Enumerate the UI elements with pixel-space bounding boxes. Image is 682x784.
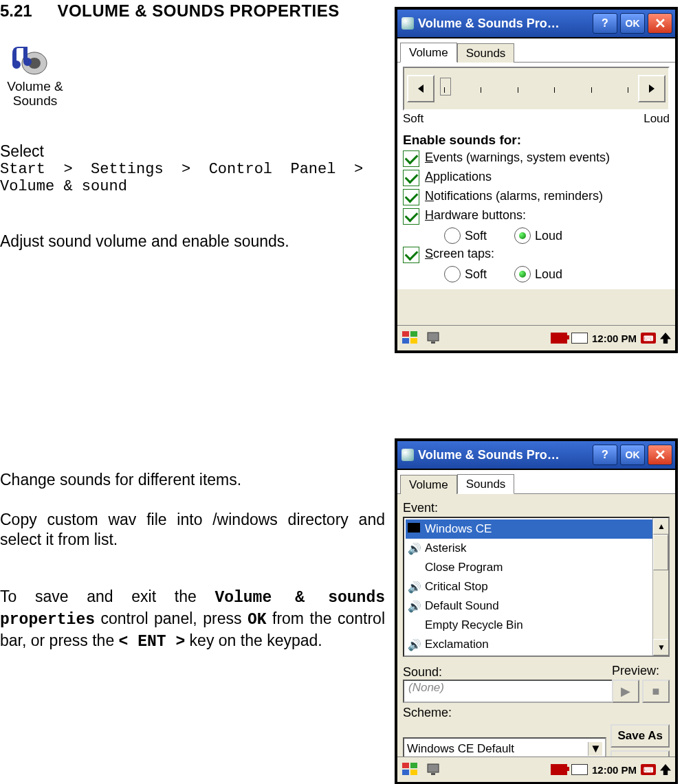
checkbox-screentaps[interactable] [403,247,419,263]
tray-up-icon[interactable] [660,764,671,775]
stop-icon: ■ [652,684,660,699]
preview-stop-button[interactable]: ■ [642,680,670,703]
volume-sounds-icon [4,41,48,78]
close-icon: ✕ [654,447,666,463]
paragraph-change: Change sounds for different items. [0,471,385,489]
close-icon: ✕ [654,15,666,32]
taskbar: 12:00 PM ⌨ [397,757,675,782]
event-item[interactable]: 🔊Default Sound [406,596,653,616]
cpl-icon-caption-2: Sounds [4,94,66,109]
svg-rect-14 [428,764,439,772]
preview-play-button[interactable]: ▶ [612,680,639,703]
sounds-panel: Event: Windows CE 🔊Asterisk Close Progra… [397,494,675,778]
arrow-left-icon [415,83,426,94]
desktop-icon[interactable] [426,762,441,777]
window-title: Volume & Sounds Pro… [418,16,560,31]
scrollbar[interactable]: ▲ ▼ [652,518,668,656]
radio-screentaps-loud[interactable] [514,266,531,282]
taskbar: 12:00 PM ⌨ [397,325,675,350]
close-button[interactable]: ✕ [648,13,672,34]
radio-screentaps-soft[interactable] [444,266,461,282]
save-as-button[interactable]: Save As [610,724,670,748]
help-button[interactable]: ? [593,13,617,34]
save-text-g: key on the keypad. [185,631,322,649]
tabstrip: Volume Sounds [397,38,675,63]
event-item[interactable]: Empty Recycle Bin [406,616,653,635]
svg-rect-8 [428,333,439,341]
start-flag-icon[interactable] [402,762,419,777]
ok-button[interactable]: OK [620,445,645,465]
svg-rect-12 [402,770,409,775]
svg-rect-11 [410,763,417,768]
sip-icon[interactable]: ⌨ [641,333,656,344]
clock: 12:00 PM [592,764,637,776]
checkbox-hardware[interactable] [403,208,419,225]
preview-label: Preview: [612,664,670,678]
play-icon: ▶ [621,684,630,699]
battery-icon [571,333,588,344]
hardware-radio-row: Soft Loud [444,227,670,244]
window-title: Volume & Sounds Pro… [418,448,560,462]
scroll-up-button[interactable]: ▲ [653,518,670,535]
svg-marker-3 [649,85,654,93]
scroll-thumb[interactable] [653,535,668,570]
tab-sounds[interactable]: Sounds [457,474,515,494]
volume-increase-button[interactable] [638,75,666,102]
volume-slider[interactable] [440,82,632,96]
speaker-icon: 🔊 [407,581,422,594]
tab-volume[interactable]: Volume [400,43,457,63]
heading-number: 5.21 [0,1,32,20]
svg-rect-10 [402,763,409,768]
tab-sounds[interactable]: Sounds [457,43,515,63]
titlebar: Volume & Sounds Pro… ? OK ✕ [397,10,675,38]
window-icon [402,17,414,30]
checkbox-notifications[interactable] [403,189,419,205]
svg-rect-13 [410,770,417,775]
scheme-label: Scheme: [403,706,670,720]
event-listbox[interactable]: Windows CE 🔊Asterisk Close Program 🔊Crit… [403,517,670,657]
paragraph-copy: Copy custom wav file into /windows direc… [0,510,385,550]
select-label: Select [0,142,385,161]
sound-label: Sound: [403,665,605,680]
save-text-d: OK [248,611,267,629]
sound-dropdown[interactable]: (None) [403,680,616,703]
screentaps-radio-row: Soft Loud [444,266,670,282]
event-item[interactable]: Close Program [406,558,653,577]
sip-icon[interactable]: ⌨ [641,764,656,775]
tray-up-icon[interactable] [660,333,671,344]
window-icon [402,449,414,461]
checkbox-screentaps-label: Screen taps: [425,247,494,261]
slider-label-soft: Soft [403,112,424,126]
svg-rect-4 [402,331,409,337]
checkbox-applications[interactable] [403,170,419,186]
save-text-c: control panel, press [95,609,248,627]
desktop-icon[interactable] [426,331,441,346]
radio-hardware-soft[interactable] [444,227,461,244]
checkbox-applications-label: Applications [425,170,492,184]
arrow-right-icon [646,83,657,94]
event-item[interactable]: 🔊Exclamation [406,635,653,654]
volume-decrease-button[interactable] [407,75,434,102]
titlebar: Volume & Sounds Pro… ? OK ✕ [397,441,675,470]
battery-low-icon [551,333,567,344]
ok-button[interactable]: OK [620,13,645,34]
scroll-down-button[interactable]: ▼ [653,639,670,656]
help-button[interactable]: ? [593,445,617,465]
close-button[interactable]: ✕ [648,445,672,465]
chevron-down-icon: ▼ [588,742,602,756]
start-flag-icon[interactable] [402,331,419,346]
svg-rect-5 [410,331,417,337]
event-item[interactable]: 🔊Asterisk [406,539,653,558]
checkbox-events-label: Events (warnings, system events) [425,150,610,165]
tab-volume[interactable]: Volume [400,475,457,494]
checkbox-events[interactable] [403,150,419,167]
speaker-icon: 🔊 [407,542,422,555]
checkbox-notifications-label: Notifications (alarms, reminders) [425,189,603,203]
checkbox-hardware-label: Hardware buttons: [425,208,526,223]
event-item[interactable]: Windows CE [406,519,653,539]
tray: 12:00 PM ⌨ [551,333,671,344]
event-item[interactable]: 🔊Critical Stop [406,577,653,596]
save-text-f: < ENT > [119,633,186,651]
cpl-icon-caption-1: Volume & [4,80,66,94]
radio-hardware-loud[interactable] [514,227,531,244]
